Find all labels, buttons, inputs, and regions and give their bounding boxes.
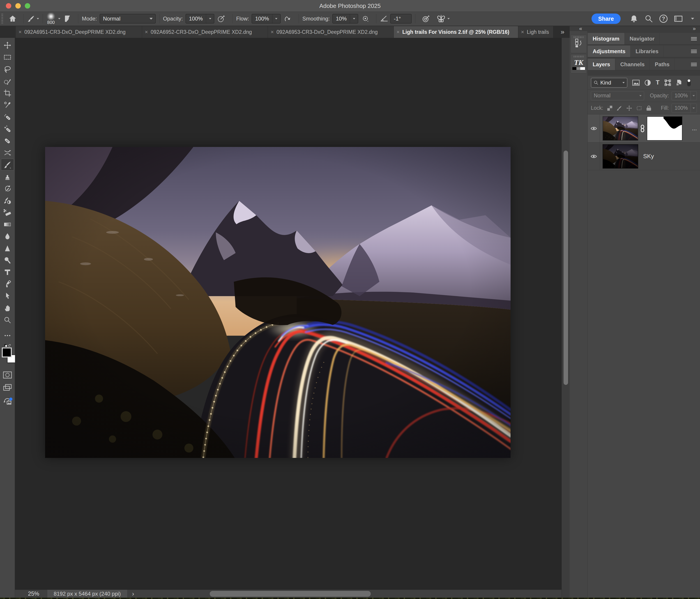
brush-angle-control[interactable]: -1° [380, 14, 411, 23]
notifications-bell-icon[interactable] [630, 15, 638, 23]
content-aware-move-tool[interactable] [1, 147, 14, 159]
close-icon[interactable]: × [397, 29, 400, 35]
layer-name[interactable]: SKy [643, 153, 654, 160]
tab-adjustments[interactable]: Adjustments [588, 46, 630, 57]
layer-thumbnail[interactable] [603, 116, 638, 140]
edit-toolbar-ellipsis-icon[interactable] [1, 330, 14, 341]
layer-mask-thumbnail[interactable] [647, 116, 682, 140]
canvas-area[interactable] [15, 38, 561, 590]
airbrush-icon[interactable] [284, 15, 292, 23]
tool-preset-brush[interactable] [27, 15, 39, 23]
document-tab[interactable]: × 092A6951-CR3-DxO_DeepPRIME XD2.dng [16, 26, 142, 38]
layer-fill-field[interactable]: 100% [672, 104, 697, 113]
lock-all-icon[interactable] [646, 105, 651, 111]
tab-navigator[interactable]: Navigator [625, 33, 660, 44]
type-tool[interactable] [1, 266, 14, 278]
close-icon[interactable]: × [271, 29, 274, 35]
brush-size-picker[interactable]: 800 [47, 12, 60, 25]
pressure-opacity-icon[interactable] [217, 15, 226, 23]
home-icon[interactable] [8, 15, 17, 23]
tab-libraries[interactable]: Libraries [630, 46, 664, 57]
help-icon[interactable]: ? [659, 15, 668, 23]
history-brush-tool[interactable] [1, 183, 14, 194]
tk-panel-button[interactable]: TK [571, 54, 587, 74]
filter-smart-objects-icon[interactable] [676, 80, 682, 86]
share-button[interactable]: Share [592, 14, 621, 24]
layer-blend-mode-select[interactable]: Normal [591, 91, 644, 100]
tab-overflow-chevrons-icon[interactable]: » [560, 28, 564, 35]
close-icon[interactable]: × [145, 29, 148, 35]
blend-mode-select[interactable]: Normal [100, 14, 156, 23]
screen-mode-icon[interactable] [3, 384, 12, 391]
status-chevron-icon[interactable]: › [132, 590, 134, 597]
quick-mask-mode-icon[interactable] [3, 371, 12, 379]
lock-transparency-icon[interactable] [607, 106, 612, 111]
pressure-size-icon[interactable] [422, 15, 430, 23]
eraser-tool[interactable] [1, 206, 14, 218]
document-tab-active[interactable]: × Ligh trails For Visions 2.tif @ 25% (R… [394, 26, 518, 38]
layer-opacity-field[interactable]: 100% [672, 91, 697, 100]
rectangular-marquee-tool[interactable] [1, 51, 14, 63]
layer-thumbnail[interactable] [603, 144, 638, 168]
zoom-level-field[interactable]: 25% [28, 591, 39, 597]
gradient-tool[interactable] [1, 218, 14, 230]
document-tab[interactable]: × 092A6952-CR3-DxO_DeepPRIME XD2.dng [142, 26, 268, 38]
pen-tool[interactable] [1, 278, 14, 290]
brush-angle-field[interactable]: -1° [390, 14, 411, 23]
healing-brush-tool[interactable] [1, 123, 14, 135]
eyedropper-tool[interactable] [1, 99, 14, 111]
patch-tool[interactable] [1, 135, 14, 147]
tk-actions-panel-button[interactable] [571, 35, 587, 53]
move-tool[interactable] [1, 39, 14, 51]
document-image[interactable] [45, 147, 510, 458]
path-selection-tool[interactable] [1, 290, 14, 302]
layer-visibility-toggle[interactable] [588, 142, 600, 170]
panel-menu-icon[interactable] [691, 63, 697, 67]
filter-pixel-layers-icon[interactable] [632, 80, 640, 86]
panel-menu-icon[interactable] [691, 37, 697, 41]
lasso-tool[interactable] [1, 63, 14, 75]
layer-filter-toggle[interactable] [687, 79, 691, 86]
layer-name[interactable]: ... [692, 125, 697, 132]
panel-menu-icon[interactable] [691, 50, 697, 54]
document-info[interactable]: 8192 px x 5464 px (240 ppi) [47, 590, 127, 598]
flow-field[interactable]: 100% [252, 14, 280, 23]
smoothing-field[interactable]: 10% [332, 14, 358, 23]
document-tab[interactable]: × Ligh trails [518, 26, 553, 38]
close-icon[interactable]: × [521, 29, 524, 35]
spot-healing-brush-tool[interactable] [1, 111, 14, 123]
close-icon[interactable]: × [19, 29, 22, 35]
horizontal-scrollbar-thumb[interactable] [210, 591, 371, 597]
layer-row-light-trails[interactable]: ... [588, 114, 700, 142]
tab-paths[interactable]: Paths [650, 59, 675, 70]
lock-position-icon[interactable] [626, 105, 632, 111]
opacity-field[interactable]: 100% [185, 14, 214, 23]
brush-tool[interactable] [1, 159, 14, 171]
filter-shape-layers-icon[interactable] [665, 80, 671, 86]
collapse-panels-icon[interactable]: « [579, 25, 581, 32]
lock-pixels-brush-icon[interactable] [616, 105, 622, 111]
chevron-down-icon[interactable] [689, 18, 694, 20]
mask-link-chain-icon[interactable] [640, 125, 645, 132]
selection-brush-tool[interactable] [1, 75, 14, 87]
layer-filter-kind-select[interactable]: Kind [591, 78, 627, 88]
search-icon[interactable] [645, 15, 653, 23]
paint-symmetry-butterfly-icon[interactable] [436, 14, 450, 23]
filter-adjustment-layers-icon[interactable] [645, 80, 651, 86]
expand-panels-icon[interactable]: » [693, 25, 695, 32]
tab-channels[interactable]: Channels [615, 59, 650, 70]
clone-stamp-tool[interactable] [1, 171, 14, 183]
brush-settings-panel-icon[interactable] [64, 15, 71, 23]
layer-row-sky[interactable]: SKy [588, 142, 700, 171]
vertical-scrollbar[interactable] [561, 38, 570, 598]
foreground-background-swatches[interactable] [1, 346, 16, 367]
sharpen-tool[interactable] [1, 242, 14, 254]
tab-layers[interactable]: Layers [588, 59, 615, 70]
workspace-switcher-icon[interactable] [674, 14, 683, 23]
crop-tool[interactable] [1, 87, 14, 99]
layer-visibility-toggle[interactable] [588, 114, 600, 142]
vertical-scrollbar-thumb[interactable] [564, 151, 568, 385]
zoom-tool[interactable] [1, 314, 14, 326]
generative-ai-icon[interactable] [2, 396, 12, 406]
lock-artboard-icon[interactable] [636, 105, 642, 111]
